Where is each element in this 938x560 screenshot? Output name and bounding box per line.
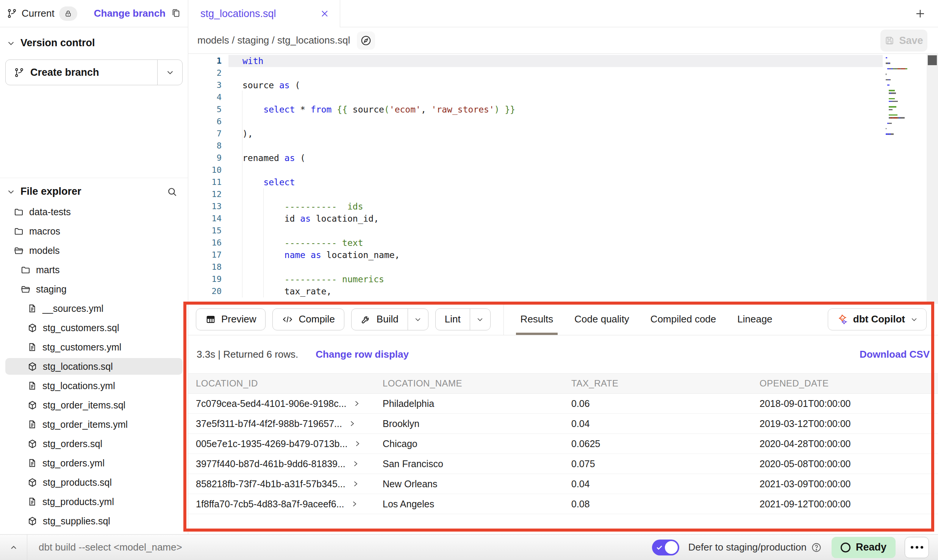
compass-icon[interactable] xyxy=(357,31,375,50)
code-line-2[interactable]: 2 xyxy=(188,67,938,79)
model-icon xyxy=(27,439,38,449)
expand-row-icon[interactable] xyxy=(352,480,359,488)
toggle-knob xyxy=(665,541,678,554)
table-row[interactable]: 37e5f311-b7f4-4f2f-988b-719657...Brookly… xyxy=(188,414,938,434)
file-item-stg_order_items.yml[interactable]: stg_order_items.yml xyxy=(5,416,183,433)
code-line-19[interactable]: 19 ---------- numerics xyxy=(188,273,938,285)
expand-row-icon[interactable] xyxy=(350,500,358,508)
file-item-stg_products.sql[interactable]: stg_products.sql xyxy=(5,474,183,491)
new-tab-button[interactable] xyxy=(915,8,926,19)
code-line-6[interactable]: 6 xyxy=(188,116,938,128)
lint-button[interactable]: Lint xyxy=(436,309,470,330)
file-item-staging[interactable]: staging xyxy=(5,281,183,297)
folder-open-icon xyxy=(14,246,24,256)
file-item-stg_customers.yml[interactable]: stg_customers.yml xyxy=(5,339,183,355)
file-item-stg_locations.yml[interactable]: stg_locations.yml xyxy=(5,377,183,394)
code-line-17[interactable]: 17 name as location_name, xyxy=(188,249,938,261)
file-item-macros[interactable]: macros xyxy=(5,223,183,239)
compile-button[interactable]: Compile xyxy=(273,309,344,330)
file-item-label: staging xyxy=(36,284,67,295)
cell-location-id: 1f8ffa70-7cb5-4d83-8a7f-9aceef6... xyxy=(196,499,383,510)
more-options-button[interactable] xyxy=(905,537,929,558)
create-branch-dropdown[interactable] xyxy=(157,60,182,85)
file-item-stg_customers.sql[interactable]: stg_customers.sql xyxy=(5,319,183,336)
table-row[interactable]: 858218fb-73f7-4b1b-a31f-57b345...New Orl… xyxy=(188,474,938,494)
cell-opened-date: 2021-03-09T00:00:00 xyxy=(760,479,938,490)
help-icon[interactable] xyxy=(811,542,822,553)
table-row[interactable]: 1f8ffa70-7cb5-4d83-8a7f-9aceef6...Los An… xyxy=(188,494,938,514)
copy-icon[interactable] xyxy=(171,8,181,19)
file-item-stg_products.yml[interactable]: stg_products.yml xyxy=(5,493,183,510)
code-line-7[interactable]: 7), xyxy=(188,128,938,140)
code-line-11[interactable]: 11 select xyxy=(188,176,938,188)
download-csv-link[interactable]: Download CSV xyxy=(860,349,930,360)
ide-status-button[interactable]: Ready xyxy=(832,537,896,558)
file-icon xyxy=(27,381,37,391)
line-number: 18 xyxy=(188,261,222,273)
main-area: stg_locations.sql models / staging / stg… xyxy=(188,0,938,534)
code-editor[interactable]: 1with23source as (45 select * from {{ so… xyxy=(188,54,938,303)
expand-row-icon[interactable] xyxy=(352,460,359,468)
file-item-stg_order_items.sql[interactable]: stg_order_items.sql xyxy=(5,397,183,413)
cli-command-input[interactable]: dbt build --select <model_name> xyxy=(39,541,182,553)
code-line-16[interactable]: 16 ---------- text xyxy=(188,237,938,249)
build-button[interactable]: Build xyxy=(352,309,408,330)
create-branch-button[interactable]: Create branch xyxy=(6,60,157,85)
lint-dropdown[interactable] xyxy=(470,309,490,330)
code-line-12[interactable]: 12 xyxy=(188,188,938,200)
chevron-down-icon xyxy=(166,68,174,77)
dbt-copilot-button[interactable]: dbt Copilot xyxy=(828,308,927,330)
code-line-20[interactable]: 20 tax_rate, xyxy=(188,285,938,297)
table-row[interactable]: 005e7e1c-1935-4269-b479-0713b...Chicago0… xyxy=(188,434,938,454)
build-dropdown[interactable] xyxy=(408,309,428,330)
cell-opened-date: 2018-09-01T00:00:00 xyxy=(760,398,938,409)
model-icon xyxy=(27,477,38,488)
tab-compiled-code[interactable]: Compiled code xyxy=(640,303,727,335)
change-row-display-link[interactable]: Change row display xyxy=(316,349,409,360)
tab-lineage[interactable]: Lineage xyxy=(727,303,783,335)
file-item-data-tests[interactable]: data-tests xyxy=(5,203,183,220)
file-item-stg_orders.sql[interactable]: stg_orders.sql xyxy=(5,435,183,452)
code-line-1[interactable]: 1with xyxy=(188,55,938,67)
file-item-__sources.yml[interactable]: __sources.yml xyxy=(5,300,183,317)
table-row[interactable]: 7c079cea-5ed4-4101-906e-9198c...Philadel… xyxy=(188,394,938,414)
file-item-models[interactable]: models xyxy=(5,242,183,259)
code-line-18[interactable]: 18 xyxy=(188,261,938,273)
expand-row-icon[interactable] xyxy=(348,420,356,427)
code-line-10[interactable]: 10 xyxy=(188,164,938,176)
file-icon xyxy=(27,458,37,468)
preview-button[interactable]: Preview xyxy=(196,309,265,330)
change-branch-link[interactable]: Change branch xyxy=(94,8,166,19)
code-line-9[interactable]: 9renamed as ( xyxy=(188,152,938,164)
defer-toggle[interactable] xyxy=(652,540,679,555)
code-line-15[interactable]: 15 xyxy=(188,225,938,237)
file-item-label: stg_products.yml xyxy=(42,496,114,507)
file-icon xyxy=(27,342,37,352)
tab-results[interactable]: Results xyxy=(510,303,564,335)
table-row[interactable]: 3977f440-b87d-461b-9dd6-81839...San Fran… xyxy=(188,454,938,474)
wrench-icon xyxy=(361,314,371,325)
file-item-stg_supplies.sql[interactable]: stg_supplies.sql xyxy=(5,513,183,529)
file-explorer-header[interactable]: File explorer xyxy=(0,186,188,197)
file-item-stg_orders.yml[interactable]: stg_orders.yml xyxy=(5,455,183,471)
code-line-13[interactable]: 13 ---------- ids xyxy=(188,200,938,213)
tab-code-quality[interactable]: Code quality xyxy=(564,303,640,335)
file-item-marts[interactable]: marts xyxy=(5,261,183,278)
code-line-8[interactable]: 8 xyxy=(188,140,938,152)
close-icon[interactable] xyxy=(320,9,329,18)
collapse-panel-button[interactable] xyxy=(0,535,27,560)
search-icon[interactable] xyxy=(167,186,177,197)
code-line-4[interactable]: 4 xyxy=(188,91,938,103)
file-item-stg_locations.sql[interactable]: stg_locations.sql xyxy=(5,358,183,375)
floppy-disk-icon xyxy=(885,36,894,45)
save-button[interactable]: Save xyxy=(880,30,927,52)
tab-stg-locations-sql[interactable]: stg_locations.sql xyxy=(188,0,340,27)
code-line-3[interactable]: 3source as ( xyxy=(188,79,938,91)
expand-row-icon[interactable] xyxy=(353,440,361,447)
file-item-label: stg_order_items.sql xyxy=(43,400,125,411)
tab-bar: stg_locations.sql xyxy=(188,0,938,27)
expand-row-icon[interactable] xyxy=(353,400,360,407)
code-line-5[interactable]: 5 select * from {{ source('ecom', 'raw_s… xyxy=(188,103,938,116)
code-line-14[interactable]: 14 id as location_id, xyxy=(188,213,938,225)
version-control-header[interactable]: Version control xyxy=(0,27,188,49)
